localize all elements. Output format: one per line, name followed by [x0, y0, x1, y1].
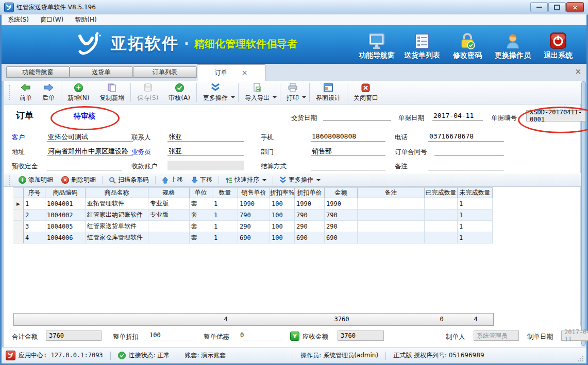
cell-completed-qty[interactable]	[425, 210, 458, 221]
column-header[interactable]: 已完成数量	[425, 187, 458, 198]
cell-product-code[interactable]: 1004006	[45, 232, 86, 244]
print-button[interactable]: 打印	[281, 81, 304, 104]
cell-discount-price[interactable]: 290	[295, 221, 325, 232]
column-header[interactable]: 未完成数量	[458, 187, 493, 198]
salesman-label[interactable]: 业务员	[131, 148, 151, 157]
column-header[interactable]: 销售单价	[238, 187, 270, 198]
cell-amount[interactable]: 790	[325, 210, 358, 221]
delivery-date-field[interactable]	[323, 111, 391, 121]
cell-product-name[interactable]: 红管家送货单软件	[86, 221, 148, 232]
resize-grip[interactable]	[577, 355, 583, 361]
cell-product-name[interactable]: 红管家出纳记账软件	[86, 210, 148, 221]
menu-help[interactable]: 帮助(H)	[75, 15, 96, 24]
banner-action-switch-operator[interactable]: 更换操作员	[492, 28, 534, 61]
cell-qty[interactable]: 1	[212, 232, 238, 244]
menu-system[interactable]: 系统(S)	[8, 15, 29, 24]
detail-more-operations-button[interactable]: 更多操作	[275, 175, 325, 186]
column-header[interactable]: 商品名称	[86, 187, 148, 198]
move-up-button[interactable]: 上移	[158, 175, 187, 186]
delete-detail-button[interactable]: × 删除明细	[57, 175, 100, 186]
column-header[interactable]: 折扣单价	[295, 187, 325, 198]
menu-window[interactable]: 窗口(W)	[40, 15, 63, 24]
close-button[interactable]: ×	[566, 2, 584, 12]
minimize-button[interactable]	[530, 2, 548, 12]
dropdown-caret-icon[interactable]	[273, 96, 277, 98]
column-header[interactable]: 规格	[148, 187, 190, 198]
tab-nav-window[interactable]: 功能导航窗	[6, 66, 70, 78]
cell-remark[interactable]	[358, 221, 425, 232]
table-row[interactable]: 2 1004002 红管家出纳记账软件 专业版 套 1 790 100 790 …	[13, 210, 494, 221]
salesman-field[interactable]: 张亚	[167, 146, 244, 156]
column-header[interactable]: 序号	[24, 187, 45, 198]
column-header[interactable]: 备注	[358, 187, 425, 198]
banner-action-exit-system[interactable]: 退出系统	[537, 28, 579, 61]
cell-completed-qty[interactable]	[425, 198, 458, 210]
address-field[interactable]: 河南省郑州市中原区建设路	[47, 146, 133, 156]
settlement-field[interactable]	[311, 160, 385, 170]
tab-close-icon[interactable]: ×	[242, 68, 248, 77]
tab-order[interactable]: 订单 ×	[197, 64, 265, 81]
cell-unit[interactable]: 套	[190, 221, 212, 232]
copy-new-button[interactable]: 复制新增	[94, 81, 129, 104]
add-detail-button[interactable]: + 添加明细	[14, 175, 57, 186]
cell-price[interactable]: 290	[238, 221, 270, 232]
customer-field[interactable]: 亚拓公司测试	[47, 131, 133, 142]
cell-discount-rate[interactable]: 100	[270, 198, 295, 210]
tab-order-list[interactable]: 订单列表	[133, 66, 197, 78]
cell-seq[interactable]: 2	[24, 210, 45, 221]
prev-order-button[interactable]: 前单	[14, 81, 37, 104]
cell-qty[interactable]: 1	[212, 198, 238, 210]
cell-product-name[interactable]: 红管家仓库管理软件	[86, 232, 148, 244]
column-header[interactable]: 商品编码	[45, 187, 86, 198]
cell-discount-rate[interactable]: 100	[270, 210, 295, 221]
reduction-field[interactable]: 0	[239, 331, 282, 340]
cell-qty[interactable]: 1	[212, 221, 238, 232]
deposit-field[interactable]	[47, 160, 122, 170]
cell-amount[interactable]: 690	[325, 232, 358, 244]
cell-seq[interactable]: 4	[24, 232, 45, 244]
cell-discount-price[interactable]: 1990	[295, 198, 325, 210]
cell-seq[interactable]: 3	[24, 221, 45, 232]
cell-product-name[interactable]: 亚拓管理软件	[86, 198, 148, 210]
cell-seq[interactable]: 1	[24, 198, 45, 210]
customer-label[interactable]: 客户	[12, 133, 25, 142]
quick-sort-button[interactable]: 快速排序	[221, 175, 271, 186]
restore-button[interactable]	[548, 2, 566, 12]
cell-completed-qty[interactable]	[425, 232, 458, 244]
cell-uncompleted-qty[interactable]: 1	[458, 221, 493, 232]
row-selector-cell[interactable]	[13, 221, 24, 232]
contact-field[interactable]: 张亚	[167, 131, 244, 142]
dropdown-caret-icon[interactable]	[231, 96, 235, 98]
banner-action-delivery-list[interactable]: 送货单列表	[401, 28, 443, 61]
cell-uncompleted-qty[interactable]: 1	[458, 198, 493, 210]
cell-qty[interactable]: 1	[212, 210, 238, 221]
table-row[interactable]: 4 1004006 红管家仓库管理软件 套 1 690 100 690 690 …	[13, 232, 494, 244]
cell-uncompleted-qty[interactable]: 1	[458, 232, 493, 244]
cell-product-code[interactable]: 1004005	[45, 221, 86, 232]
move-down-button[interactable]: 下移	[187, 175, 216, 186]
audit-button[interactable]: 审核(A)	[163, 81, 195, 104]
cell-discount-rate[interactable]: 100	[270, 232, 295, 244]
mobile-field[interactable]: 18608080808	[311, 131, 385, 142]
new-button[interactable]: + 新增(N)	[62, 81, 94, 104]
import-export-button[interactable]: 导入导出	[240, 81, 275, 104]
department-field[interactable]: 销售部	[311, 146, 385, 156]
phone-field[interactable]: 03716678678	[428, 131, 504, 142]
ui-design-button[interactable]: 界面设计	[311, 81, 346, 104]
column-header[interactable]: 折扣率%	[270, 187, 295, 198]
more-operations-button[interactable]: 更多操作	[198, 81, 233, 104]
account-field[interactable]	[167, 161, 244, 170]
tab-delivery-order[interactable]: 送货单	[70, 66, 133, 78]
cell-unit[interactable]: 套	[190, 210, 212, 221]
cell-discount-price[interactable]: 790	[295, 210, 325, 221]
cell-spec[interactable]: 专业版	[148, 210, 190, 221]
cell-price[interactable]: 790	[238, 210, 270, 221]
cell-product-code[interactable]: 1004002	[45, 210, 86, 221]
cell-remark[interactable]	[358, 210, 425, 221]
cell-price[interactable]: 690	[238, 232, 270, 244]
cell-spec[interactable]: 专业版	[148, 198, 190, 210]
cell-product-code[interactable]: 1004001	[45, 198, 86, 210]
dropdown-caret-icon[interactable]	[302, 96, 306, 98]
cell-price[interactable]: 1990	[238, 198, 270, 210]
cell-completed-qty[interactable]	[425, 221, 458, 232]
